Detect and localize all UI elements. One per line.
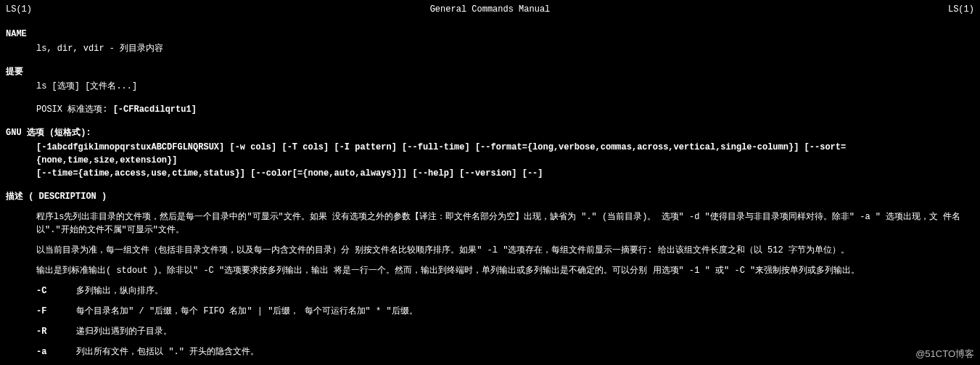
option-row: -a 列出所有文件，包括以 "." 开头的隐含文件。	[6, 345, 974, 358]
option-desc: 多列输出，纵向排序。	[76, 286, 163, 296]
description-p1: 程序ls先列出非目录的文件项，然后是每一个目录中的"可显示"文件。如果 没有选项…	[6, 210, 974, 237]
option-flag: -F	[36, 305, 71, 318]
posix-label: POSIX 标准选项:	[36, 104, 107, 115]
synopsis-usage: ls [选项] [文件名...]	[6, 80, 974, 93]
watermark: @51CTO博客	[915, 347, 974, 361]
option-desc: 每个目录名加" / "后缀，每个 FIFO 名加" | "后缀， 每个可运行名加…	[76, 306, 417, 316]
description-p2: 以当前目录为准，每一组文件（包括非目录文件项，以及每一内含文件的目录）分 别按文…	[6, 244, 974, 257]
option-desc: 列出所有文件，包括以 "." 开头的隐含文件。	[76, 347, 259, 357]
header-left: LS(1)	[6, 3, 32, 16]
option-row: -C 多列输出，纵向排序。	[6, 284, 974, 298]
section-name-content: ls, dir, vdir - 列目录内容	[6, 42, 974, 55]
section-description-title: 描述 ( DESCRIPTION )	[6, 190, 974, 203]
section-synopsis-title: 提要	[6, 65, 974, 78]
manpage-header: LS(1) General Commands Manual LS(1)	[6, 3, 974, 16]
option-row: -F 每个目录名加" / "后缀，每个 FIFO 名加" | "后缀， 每个可运…	[6, 305, 974, 318]
posix-opts: [-CFRacdilqrtu1]	[113, 104, 197, 115]
description-p3: 输出是到标准输出( stdout )。除非以" -C "选项要求按多列输出，输出…	[6, 264, 974, 277]
section-gnu-title: GNU 选项 (短格式):	[6, 126, 974, 139]
gnu-options-line2: [--time={atime,access,use,ctime,status}]…	[6, 167, 974, 180]
option-flag: -a	[36, 345, 71, 358]
header-right: LS(1)	[948, 3, 974, 16]
option-desc: 递归列出遇到的子目录。	[76, 327, 172, 337]
synopsis-posix: POSIX 标准选项: [-CFRacdilqrtu1]	[6, 103, 974, 116]
gnu-options-line1: [-1abcdfgiklmnopqrstuxABCDFGLNQRSUX] [-w…	[6, 141, 974, 167]
section-name-title: NAME	[6, 28, 974, 41]
option-row: -R 递归列出遇到的子目录。	[6, 325, 974, 338]
option-flag: -R	[36, 325, 71, 338]
option-flag: -C	[36, 284, 71, 298]
header-center: General Commands Manual	[430, 3, 551, 16]
